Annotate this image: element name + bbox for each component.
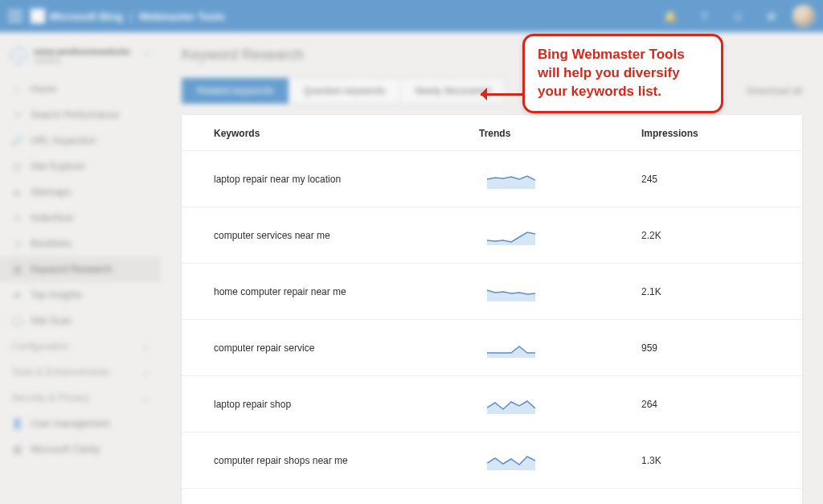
nav-label: URL Inspection	[31, 135, 96, 146]
table-row[interactable]: laptop repair near me4.3K	[182, 488, 802, 504]
sidebar-item-url-inspection[interactable]: 🔎URL Inspection	[0, 128, 161, 154]
nav-label: Site Scan	[31, 315, 72, 326]
impressions-cell: 264	[641, 399, 770, 410]
notifications-icon[interactable]: 🔔	[657, 3, 683, 29]
impressions-cell: 1.3K	[641, 455, 770, 466]
nav-label: Search Performance	[31, 109, 119, 121]
sidebar-group-configuration[interactable]: Configuration⌄	[0, 334, 161, 359]
annotation-callout: Bing Webmaster Tools will help you diver…	[522, 34, 723, 113]
site-picker[interactable]: www.wmthomewebsite Verified ⌄	[0, 42, 161, 76]
col-trends: Trends	[479, 128, 641, 139]
impressions-cell: 959	[641, 342, 770, 354]
globe-icon	[10, 47, 27, 64]
avatar[interactable]	[792, 5, 815, 27]
group-label: Security & Privacy	[11, 392, 89, 404]
table-row[interactable]: computer services near me2.2K	[182, 207, 802, 263]
table-row[interactable]: computer repair service959	[182, 319, 802, 375]
impressions-cell: 245	[641, 174, 770, 185]
sidebar-group-security-privacy[interactable]: Security & Privacy⌄	[0, 385, 161, 411]
nav-icon: ≡	[11, 212, 23, 223]
annotation-text: Bing Webmaster Tools will help you diver…	[538, 47, 685, 99]
sidebar-item-keyword-research[interactable]: ▤Keyword Research	[0, 256, 161, 282]
nav-icon: ⎋	[11, 238, 23, 249]
brand-primary: Microsoft Bing	[50, 10, 123, 23]
group-label: Configuration	[11, 341, 68, 352]
nav-icon: 👤	[11, 418, 23, 429]
keyword-cell: home computer repair near me	[214, 286, 479, 297]
nav-label: Backlinks	[31, 238, 72, 249]
nav-icon: ◫	[11, 161, 23, 172]
keyword-cell: computer repair service	[214, 342, 479, 354]
annotation-arrow-icon	[474, 90, 522, 98]
table-header: Keywords Trends Impressions	[182, 128, 802, 150]
site-status: Verified	[34, 56, 130, 65]
nav-label: Keyword Research	[31, 264, 112, 275]
nav-icon: ↗	[11, 109, 23, 121]
keyword-cell: laptop repair near my location	[214, 174, 479, 185]
keyword-cell: computer services near me	[214, 230, 479, 241]
nav-label: Top Insights	[31, 289, 82, 301]
chevron-down-icon: ⌄	[141, 392, 149, 404]
site-domain: www.wmthomewebsite	[34, 47, 130, 56]
col-impressions: Impressions	[641, 128, 770, 139]
sidebar-item-site-explorer[interactable]: ◫Site Explorer	[0, 154, 161, 179]
feedback-icon[interactable]: ☺	[725, 3, 751, 29]
help-icon[interactable]: ?	[691, 3, 717, 29]
top-header: Microsoft Bing | Webmaster Tools 🔔 ? ☺ ⚙	[0, 0, 823, 32]
nav-label: Microsoft Clarity	[31, 444, 100, 455]
table-row[interactable]: computer repair shops near me1.3K	[182, 432, 802, 488]
sidebar-item-user-management[interactable]: 👤User management	[0, 411, 161, 436]
group-label: Tools & Enhancements	[11, 367, 110, 378]
trend-sparkline	[487, 451, 535, 470]
bing-logo-icon	[31, 9, 45, 23]
impressions-cell: 2.2K	[641, 230, 770, 241]
nav-label: IndexNow	[31, 212, 73, 223]
sidebar-item-microsoft-clarity[interactable]: ▦Microsoft Clarity	[0, 436, 161, 462]
sidebar-item-backlinks[interactable]: ⎋Backlinks	[0, 231, 161, 256]
nav-icon: ▤	[11, 264, 23, 275]
sidebar-item-home[interactable]: ⌂Home	[0, 76, 161, 102]
trend-sparkline	[487, 282, 535, 301]
sidebar-item-top-insights[interactable]: ★Top Insights	[0, 282, 161, 308]
download-all-button[interactable]: Download all	[747, 85, 802, 96]
table-row[interactable]: laptop repair shop264	[182, 375, 802, 432]
brand-secondary: Webmaster Tools	[139, 10, 225, 23]
table-row[interactable]: laptop repair near my location245	[182, 150, 802, 207]
nav-label: Home	[31, 84, 56, 95]
settings-icon[interactable]: ⚙	[759, 3, 784, 29]
trend-sparkline	[487, 170, 535, 189]
sidebar-item-indexnow[interactable]: ≡IndexNow	[0, 205, 161, 231]
nav-icon: ★	[11, 289, 23, 301]
impressions-cell: 2.1K	[641, 286, 770, 297]
trend-sparkline	[487, 226, 535, 245]
brand: Microsoft Bing | Webmaster Tools	[31, 9, 225, 23]
table-row[interactable]: home computer repair near me2.1K	[182, 263, 802, 319]
sidebar-group-tools-enhancements[interactable]: Tools & Enhancements⌄	[0, 359, 161, 385]
nav-label: Site Explorer	[31, 161, 86, 172]
brand-divider: |	[129, 10, 133, 23]
sidebar-item-site-scan[interactable]: ◯Site Scan	[0, 308, 161, 334]
nav-icon: ▲	[11, 186, 23, 198]
main-content: Keyword Research Related keywordsQuestio…	[161, 32, 823, 504]
chevron-down-icon: ⌄	[141, 367, 149, 378]
nav-icon: ⌂	[11, 84, 23, 95]
chevron-down-icon: ⌄	[141, 341, 149, 352]
nav-label: User management	[31, 418, 110, 429]
nav-icon: ◯	[11, 315, 23, 326]
tab-related-keywords[interactable]: Related keywords	[182, 78, 289, 104]
col-keywords: Keywords	[214, 128, 479, 139]
nav-label: Sitemaps	[31, 186, 71, 198]
trend-sparkline	[487, 338, 535, 358]
nav-icon: ▦	[11, 444, 23, 455]
keyword-cell: computer repair shops near me	[214, 455, 479, 466]
chevron-down-icon: ⌄	[143, 47, 151, 58]
trend-sparkline	[487, 395, 535, 414]
menu-icon[interactable]	[8, 10, 23, 22]
tab-question-keywords[interactable]: Question keywords	[289, 78, 400, 104]
keywords-table-card: Keywords Trends Impressions laptop repai…	[182, 115, 802, 504]
keyword-cell: laptop repair shop	[214, 399, 479, 410]
sidebar-item-sitemaps[interactable]: ▲Sitemaps	[0, 179, 161, 205]
sidebar: www.wmthomewebsite Verified ⌄ ⌂Home↗Sear…	[0, 32, 161, 504]
sidebar-item-search-performance[interactable]: ↗Search Performance	[0, 102, 161, 128]
nav-icon: 🔎	[11, 135, 23, 146]
